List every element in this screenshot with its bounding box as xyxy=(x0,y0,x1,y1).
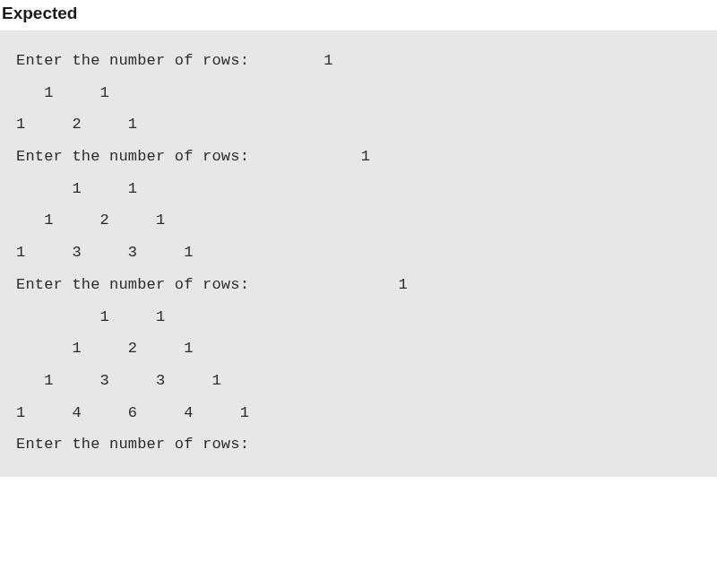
expected-output-block: Enter the number of rows: 1 1 1 1 2 1 En… xyxy=(0,30,717,477)
output-line: 1 2 1 xyxy=(16,212,165,229)
output-line: 1 3 3 1 xyxy=(16,244,194,261)
output-line: 1 1 xyxy=(16,84,109,101)
output-line: Enter the number of rows: 1 xyxy=(16,52,333,69)
output-line: Enter the number of rows: xyxy=(16,436,258,453)
section-heading: Expected xyxy=(0,0,717,30)
expected-output-section: Expected Enter the number of rows: 1 1 1… xyxy=(0,0,717,477)
output-line: Enter the number of rows: 1 xyxy=(16,148,370,165)
output-line: 1 2 1 xyxy=(16,116,137,133)
output-line: Enter the number of rows: 1 xyxy=(16,276,408,293)
output-line: 1 3 3 1 xyxy=(16,372,221,389)
output-line: 1 2 1 xyxy=(16,340,194,357)
output-line: 1 1 xyxy=(16,308,165,325)
output-line: 1 1 xyxy=(16,180,137,197)
output-line: 1 4 6 4 1 xyxy=(16,404,249,421)
